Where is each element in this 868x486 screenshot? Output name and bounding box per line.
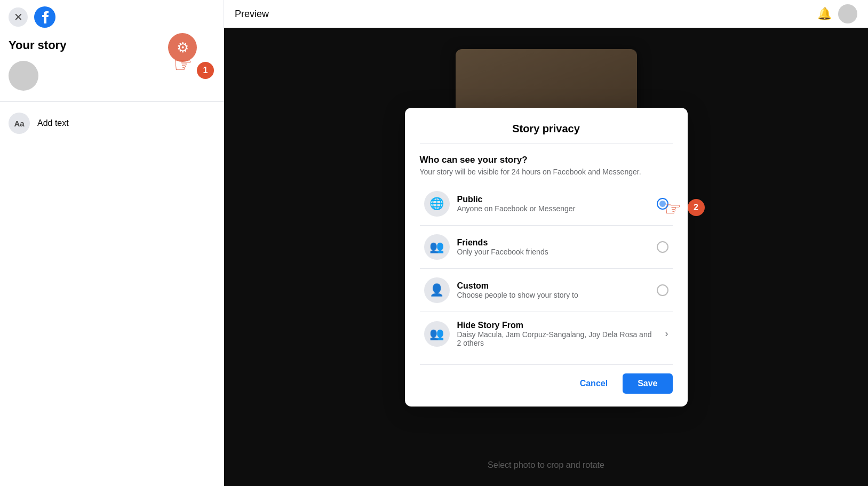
save-button[interactable]: Save [623,373,672,394]
modal-footer: Cancel Save [420,364,673,394]
aa-icon: Aa [9,113,30,134]
divider-1 [420,225,673,226]
step1-badge: 1 [197,62,214,79]
public-option-name: Public [457,195,649,204]
user-avatar [9,61,38,91]
hide-story-from-option[interactable]: 👥 Hide Story From Daisy Macula, Jam Corp… [420,314,673,354]
main-area: Preview 🔔 Select photo to crop and rotat… [224,0,868,486]
public-icon: 🌐 [424,191,450,217]
add-text-label: Add text [37,118,69,128]
friends-icon: 👥 [424,234,450,260]
sidebar-divider [0,101,224,102]
custom-option-name: Custom [457,281,649,291]
friends-option-name: Friends [457,238,649,248]
privacy-option-custom[interactable]: 👤 Custom Choose people to show your stor… [420,271,673,309]
friends-option-text: Friends Only your Facebook friends [457,238,649,256]
modal-section-title: Who can see your story? [420,155,673,165]
hide-story-desc: Daisy Macula, Jam Corpuz-Sangalang, Joy … [457,330,658,347]
modal-overlay: Story privacy Who can see your story? Yo… [224,28,868,486]
modal-title: Story privacy [420,123,673,144]
privacy-option-public[interactable]: 🌐 Public Anyone on Facebook or Messenger… [420,185,673,223]
hide-story-text: Hide Story From Daisy Macula, Jam Corpuz… [457,321,658,347]
preview-label: Preview [235,9,269,20]
divider-3 [420,312,673,312]
sidebar: ✕ Your story Aa Add text ⚙ ☞ 1 [0,0,224,486]
cursor-hand-2-icon: ☞ [664,198,681,220]
custom-option-text: Custom Choose people to show your story … [457,281,649,299]
custom-option-desc: Choose people to show your story to [457,291,649,299]
public-radio[interactable]: ☞ 2 [657,198,668,210]
sidebar-topbar: ✕ [0,0,224,34]
story-preview-bg: Select photo to crop and rotate Story pr… [224,28,868,486]
main-topbar: Preview 🔔 [224,0,868,28]
add-text-button[interactable]: Aa Add text [0,106,224,140]
custom-radio[interactable] [657,284,668,296]
custom-icon: 👤 [424,277,450,303]
modal-section-sub: Your story will be visible for 24 hours … [420,168,673,176]
step1-annotation: ⚙ ☞ 1 [168,33,211,76]
account-avatar[interactable] [838,4,857,23]
friends-option-desc: Only your Facebook friends [457,248,649,256]
hide-story-icon: 👥 [424,321,450,347]
hide-story-chevron-icon: › [665,328,668,339]
close-button[interactable]: ✕ [9,7,28,27]
public-option-text: Public Anyone on Facebook or Messenger [457,195,649,213]
step2-annotation: ☞ 2 [670,194,705,216]
public-option-desc: Anyone on Facebook or Messenger [457,204,649,213]
hide-story-name: Hide Story From [457,321,658,330]
privacy-option-friends[interactable]: 👥 Friends Only your Facebook friends [420,228,673,266]
step2-badge: 2 [688,199,705,216]
friends-radio[interactable] [657,241,668,253]
story-privacy-modal: Story privacy Who can see your story? Yo… [405,108,688,407]
topbar-right: 🔔 [817,4,857,23]
divider-2 [420,268,673,269]
notification-icon[interactable]: 🔔 [817,7,832,21]
cancel-button[interactable]: Cancel [571,375,616,393]
facebook-logo-icon [34,6,55,28]
cursor-hand-1-icon: ☞ [173,52,193,77]
